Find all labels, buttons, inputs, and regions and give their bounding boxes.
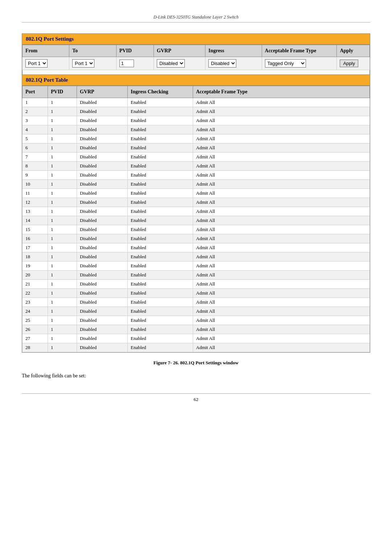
settings-to-cell: Port 1 Port 2 Port 3 xyxy=(69,57,116,70)
cell-aft: Admit All xyxy=(193,162,370,171)
cell-port: 4 xyxy=(23,125,48,134)
settings-col-apply: Apply xyxy=(337,45,370,57)
pvid-input[interactable] xyxy=(119,60,134,67)
settings-aft-cell: Tagged Only Admit All Untagged Only xyxy=(262,57,337,70)
cell-aft: Admit All xyxy=(193,207,370,216)
cell-gvrp: Disabled xyxy=(77,334,128,343)
cell-ingress: Enabled xyxy=(128,280,193,289)
cell-aft: Admit All xyxy=(193,262,370,271)
cell-port: 8 xyxy=(23,162,48,171)
cell-gvrp: Disabled xyxy=(77,271,128,280)
cell-pvid: 1 xyxy=(48,298,77,307)
table-row: 101DisabledEnabledAdmit All xyxy=(23,180,370,189)
cell-aft: Admit All xyxy=(193,189,370,198)
cell-gvrp: Disabled xyxy=(77,343,128,352)
cell-pvid: 1 xyxy=(48,234,77,243)
table-row: 241DisabledEnabledAdmit All xyxy=(23,307,370,316)
cell-ingress: Enabled xyxy=(128,207,193,216)
port-col-gvrp: GVRP xyxy=(77,86,128,98)
cell-pvid: 1 xyxy=(48,325,77,334)
from-select[interactable]: Port 1 Port 2 Port 3 xyxy=(25,59,48,68)
cell-port: 3 xyxy=(23,116,48,125)
cell-pvid: 1 xyxy=(48,198,77,207)
page-footer: 62 xyxy=(22,393,370,402)
cell-pvid: 1 xyxy=(48,171,77,180)
table-row: 31DisabledEnabledAdmit All xyxy=(23,116,370,125)
gvrp-select[interactable]: Disabled Enabled xyxy=(157,59,185,68)
cell-port: 1 xyxy=(23,98,48,107)
cell-gvrp: Disabled xyxy=(77,171,128,180)
cell-pvid: 1 xyxy=(48,189,77,198)
figure-caption: Figure 7- 26. 802.1Q Port Settings windo… xyxy=(22,360,370,366)
cell-gvrp: Disabled xyxy=(77,107,128,116)
cell-ingress: Enabled xyxy=(128,271,193,280)
cell-port: 16 xyxy=(23,234,48,243)
port-col-aft: Acceptable Frame Type xyxy=(193,86,370,98)
table-row: 111DisabledEnabledAdmit All xyxy=(23,189,370,198)
settings-apply-button[interactable]: Apply xyxy=(340,60,358,67)
cell-port: 12 xyxy=(23,198,48,207)
table-row: 121DisabledEnabledAdmit All xyxy=(23,198,370,207)
settings-gvrp-cell: Disabled Enabled xyxy=(154,57,205,70)
table-row: 181DisabledEnabledAdmit All xyxy=(23,252,370,262)
settings-col-to: To xyxy=(69,45,116,57)
cell-pvid: 1 xyxy=(48,107,77,116)
table-row: 131DisabledEnabledAdmit All xyxy=(23,207,370,216)
settings-apply-cell: Apply xyxy=(337,57,370,70)
cell-gvrp: Disabled xyxy=(77,198,128,207)
table-row: 91DisabledEnabledAdmit All xyxy=(23,171,370,180)
cell-pvid: 1 xyxy=(48,289,77,298)
table-row: 81DisabledEnabledAdmit All xyxy=(23,162,370,171)
cell-aft: Admit All xyxy=(193,98,370,107)
cell-gvrp: Disabled xyxy=(77,134,128,143)
settings-col-pvid: PVID xyxy=(116,45,154,57)
table-row: 151DisabledEnabledAdmit All xyxy=(23,225,370,234)
cell-port: 28 xyxy=(23,343,48,352)
cell-port: 23 xyxy=(23,298,48,307)
cell-ingress: Enabled xyxy=(128,153,193,162)
cell-ingress: Enabled xyxy=(128,134,193,143)
cell-gvrp: Disabled xyxy=(77,325,128,334)
cell-pvid: 1 xyxy=(48,316,77,325)
cell-port: 19 xyxy=(23,262,48,271)
cell-gvrp: Disabled xyxy=(77,180,128,189)
cell-ingress: Enabled xyxy=(128,216,193,225)
cell-pvid: 1 xyxy=(48,134,77,143)
cell-port: 9 xyxy=(23,171,48,180)
cell-gvrp: Disabled xyxy=(77,307,128,316)
cell-gvrp: Disabled xyxy=(77,162,128,171)
settings-col-ingress: Ingress xyxy=(205,45,262,57)
cell-aft: Admit All xyxy=(193,107,370,116)
cell-gvrp: Disabled xyxy=(77,153,128,162)
settings-pvid-cell xyxy=(116,57,154,70)
cell-pvid: 1 xyxy=(48,216,77,225)
cell-port: 27 xyxy=(23,334,48,343)
settings-input-row: Port 1 Port 2 Port 3 Port 1 Port 2 Port … xyxy=(23,57,370,70)
cell-pvid: 1 xyxy=(48,116,77,125)
cell-gvrp: Disabled xyxy=(77,207,128,216)
cell-gvrp: Disabled xyxy=(77,243,128,252)
to-select[interactable]: Port 1 Port 2 Port 3 xyxy=(72,59,94,68)
cell-aft: Admit All xyxy=(193,116,370,125)
table-row: 191DisabledEnabledAdmit All xyxy=(23,262,370,271)
cell-gvrp: Disabled xyxy=(77,234,128,243)
cell-pvid: 1 xyxy=(48,207,77,216)
cell-port: 26 xyxy=(23,325,48,334)
cell-aft: Admit All xyxy=(193,243,370,252)
cell-aft: Admit All xyxy=(193,298,370,307)
table-row: 171DisabledEnabledAdmit All xyxy=(23,243,370,252)
cell-gvrp: Disabled xyxy=(77,98,128,107)
table-row: 141DisabledEnabledAdmit All xyxy=(23,216,370,225)
cell-pvid: 1 xyxy=(48,252,77,262)
cell-pvid: 1 xyxy=(48,334,77,343)
settings-from-cell: Port 1 Port 2 Port 3 xyxy=(23,57,69,70)
table-row: 211DisabledEnabledAdmit All xyxy=(23,280,370,289)
cell-ingress: Enabled xyxy=(128,343,193,352)
cell-gvrp: Disabled xyxy=(77,216,128,225)
cell-pvid: 1 xyxy=(48,153,77,162)
settings-col-gvrp: GVRP xyxy=(154,45,205,57)
table-row: 261DisabledEnabledAdmit All xyxy=(23,325,370,334)
aft-select[interactable]: Tagged Only Admit All Untagged Only xyxy=(265,59,306,68)
cell-aft: Admit All xyxy=(193,252,370,262)
ingress-select[interactable]: Disabled Enabled xyxy=(208,59,236,68)
